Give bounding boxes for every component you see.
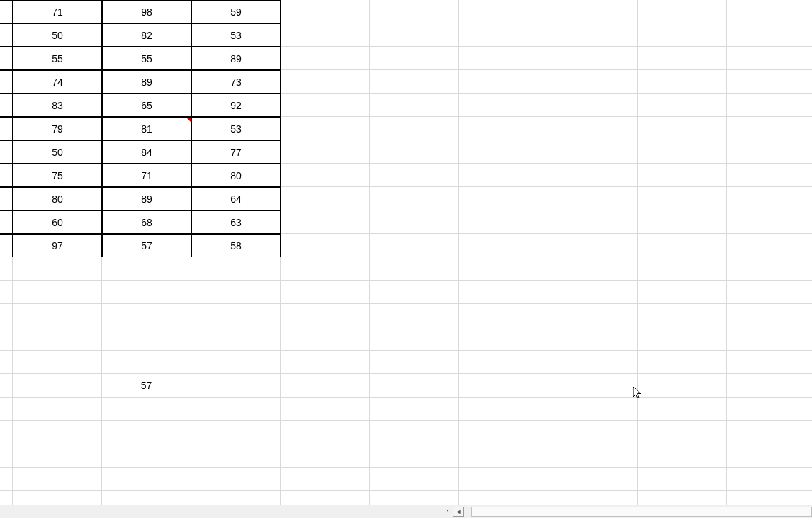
data-cell[interactable]: 84 bbox=[102, 140, 191, 164]
cell[interactable] bbox=[727, 23, 812, 47]
scroll-left-arrow-icon[interactable]: ◄ bbox=[453, 507, 464, 517]
cell[interactable] bbox=[13, 421, 102, 444]
cell[interactable] bbox=[727, 117, 812, 140]
cell[interactable] bbox=[727, 187, 812, 210]
cell[interactable] bbox=[281, 234, 370, 257]
cell[interactable] bbox=[191, 351, 281, 374]
cell[interactable] bbox=[548, 281, 638, 304]
cell[interactable] bbox=[0, 0, 13, 23]
cell[interactable] bbox=[102, 351, 191, 374]
cell[interactable] bbox=[0, 164, 13, 187]
cell[interactable] bbox=[370, 94, 459, 117]
cell[interactable] bbox=[191, 468, 281, 491]
cell[interactable] bbox=[281, 468, 370, 491]
cell[interactable] bbox=[370, 444, 459, 468]
cell[interactable] bbox=[727, 94, 812, 117]
cell[interactable] bbox=[13, 257, 102, 281]
cell[interactable] bbox=[0, 47, 13, 70]
cell[interactable] bbox=[191, 398, 281, 421]
data-cell[interactable]: 83 bbox=[13, 94, 102, 117]
data-cell[interactable]: 53 bbox=[191, 23, 281, 47]
cell[interactable] bbox=[638, 444, 727, 468]
cell[interactable] bbox=[459, 47, 548, 70]
cell[interactable] bbox=[370, 327, 459, 351]
cell[interactable] bbox=[191, 444, 281, 468]
cell[interactable] bbox=[638, 140, 727, 164]
cell[interactable] bbox=[0, 23, 13, 47]
data-cell[interactable]: 89 bbox=[191, 47, 281, 70]
cell[interactable] bbox=[281, 187, 370, 210]
cell[interactable] bbox=[13, 468, 102, 491]
cell[interactable] bbox=[638, 117, 727, 140]
data-cell[interactable]: 65 bbox=[102, 94, 191, 117]
cell[interactable] bbox=[548, 210, 638, 234]
data-cell[interactable]: 73 bbox=[191, 70, 281, 94]
data-cell[interactable]: 75 bbox=[13, 164, 102, 187]
cell[interactable] bbox=[638, 210, 727, 234]
cell[interactable] bbox=[459, 164, 548, 187]
cell[interactable] bbox=[638, 281, 727, 304]
cell[interactable] bbox=[548, 398, 638, 421]
cell[interactable] bbox=[281, 164, 370, 187]
cell[interactable] bbox=[548, 351, 638, 374]
data-cell[interactable]: 57 bbox=[102, 234, 191, 257]
cell[interactable] bbox=[638, 304, 727, 327]
cell[interactable] bbox=[102, 257, 191, 281]
cell[interactable] bbox=[0, 421, 13, 444]
cell[interactable] bbox=[727, 140, 812, 164]
cell[interactable] bbox=[548, 327, 638, 351]
cell[interactable] bbox=[459, 444, 548, 468]
cell[interactable] bbox=[370, 304, 459, 327]
cell[interactable] bbox=[459, 140, 548, 164]
cell[interactable] bbox=[370, 47, 459, 70]
cell[interactable] bbox=[13, 444, 102, 468]
cell[interactable] bbox=[548, 140, 638, 164]
cell[interactable] bbox=[548, 23, 638, 47]
cell[interactable] bbox=[548, 70, 638, 94]
cell[interactable] bbox=[459, 234, 548, 257]
cell[interactable] bbox=[13, 398, 102, 421]
cell[interactable] bbox=[638, 327, 727, 351]
cell[interactable] bbox=[459, 351, 548, 374]
cell[interactable] bbox=[548, 444, 638, 468]
data-cell[interactable]: 71 bbox=[13, 0, 102, 23]
cell[interactable] bbox=[370, 468, 459, 491]
spreadsheet-grid[interactable]: 7198595082535555897489738365927981535084… bbox=[0, 0, 812, 514]
cell[interactable] bbox=[548, 0, 638, 23]
cell[interactable] bbox=[281, 421, 370, 444]
cell[interactable] bbox=[638, 398, 727, 421]
cell[interactable] bbox=[459, 421, 548, 444]
cell[interactable] bbox=[370, 23, 459, 47]
cell[interactable] bbox=[727, 164, 812, 187]
cell[interactable] bbox=[281, 304, 370, 327]
cell[interactable] bbox=[727, 351, 812, 374]
data-cell[interactable]: 81 bbox=[102, 117, 191, 140]
cell[interactable] bbox=[102, 444, 191, 468]
cell[interactable] bbox=[281, 444, 370, 468]
data-cell[interactable]: 98 bbox=[102, 0, 191, 23]
cell[interactable] bbox=[548, 187, 638, 210]
cell[interactable] bbox=[548, 164, 638, 187]
cell[interactable] bbox=[727, 47, 812, 70]
cell[interactable] bbox=[727, 257, 812, 281]
cell[interactable] bbox=[281, 374, 370, 398]
cell[interactable] bbox=[370, 421, 459, 444]
cell[interactable] bbox=[727, 304, 812, 327]
cell[interactable] bbox=[0, 117, 13, 140]
cell[interactable] bbox=[281, 70, 370, 94]
cell[interactable] bbox=[459, 374, 548, 398]
cell[interactable] bbox=[281, 210, 370, 234]
cell[interactable] bbox=[638, 94, 727, 117]
cell[interactable] bbox=[727, 210, 812, 234]
cell[interactable] bbox=[0, 351, 13, 374]
cell[interactable] bbox=[281, 281, 370, 304]
cell[interactable]: 57 bbox=[102, 374, 191, 398]
cell[interactable] bbox=[102, 421, 191, 444]
cell[interactable] bbox=[281, 47, 370, 70]
cell[interactable] bbox=[459, 210, 548, 234]
cell[interactable] bbox=[548, 257, 638, 281]
data-cell[interactable]: 58 bbox=[191, 234, 281, 257]
cell[interactable] bbox=[0, 444, 13, 468]
cell[interactable] bbox=[548, 234, 638, 257]
cell[interactable] bbox=[548, 117, 638, 140]
